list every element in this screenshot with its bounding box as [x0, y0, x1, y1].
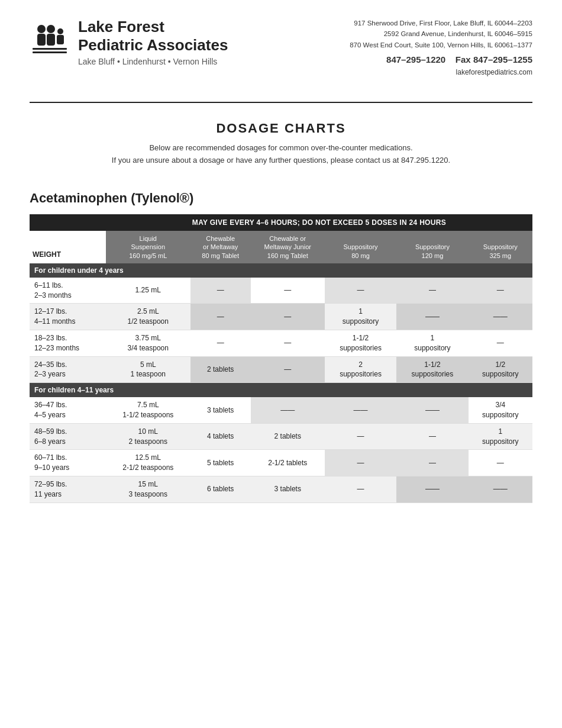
- section-under4-label: For children under 4 years: [30, 263, 532, 278]
- acetaminophen-table: MAY GIVE EVERY 4–6 HOURS; DO NOT EXCEED …: [30, 214, 532, 503]
- table-row: 72–95 lbs.11 years 15 mL3 teaspoons 6 ta…: [30, 476, 532, 503]
- website: lakeforestpediatrics.com: [350, 67, 532, 78]
- chewable-cell: 3 tablets: [190, 397, 251, 423]
- chewable-cell: —: [190, 278, 251, 304]
- chewable-cell: 5 tablets: [190, 450, 251, 476]
- address-line2: 2592 Grand Avenue, Lindenhurst, IL 60046…: [350, 28, 532, 39]
- table-row: 18–23 lbs.12–23 months 3.75 mL3/4 teaspo…: [30, 330, 532, 357]
- svg-rect-2: [37, 34, 46, 46]
- col5-header: Suppository 120 mg: [396, 231, 468, 263]
- svg-rect-7: [33, 51, 67, 53]
- table-header-row: MAY GIVE EVERY 4–6 HOURS; DO NOT EXCEED …: [30, 214, 532, 231]
- chewable-cell: 4 tablets: [190, 423, 251, 450]
- svg-rect-3: [47, 34, 55, 46]
- liquid-cell: 10 mL2 teaspoons: [106, 423, 190, 450]
- supp325-cell: 1suppository: [469, 423, 532, 450]
- col2-header: Chewable or Meltaway 80 mg Tablet: [190, 231, 251, 263]
- supp325-cell: —: [469, 330, 532, 357]
- supp80-cell: 1suppository: [325, 304, 396, 330]
- liquid-cell: 3.75 mL3/4 teaspoon: [106, 330, 190, 357]
- org-name-line1: Lake Forest: [78, 18, 164, 36]
- phone-number: 847–295–1220: [386, 54, 445, 65]
- svg-point-0: [37, 25, 46, 33]
- col1-header: Liquid Suspension 160 mg/5 mL: [106, 231, 190, 263]
- weight-cell: 12–17 lbs.4–11 months: [30, 304, 106, 330]
- liquid-cell: 15 mL3 teaspoons: [106, 476, 190, 503]
- weight-cell: 72–95 lbs.11 years: [30, 476, 106, 503]
- weight-cell: 60–71 lbs.9–10 years: [30, 450, 106, 476]
- chewable-cell: 2 tablets: [190, 356, 251, 383]
- address-line1: 917 Sherwood Drive, First Floor, Lake Bl…: [350, 18, 532, 28]
- chewable-cell: 6 tablets: [190, 476, 251, 503]
- svg-rect-6: [33, 48, 67, 50]
- page-title-section: DOSAGE CHARTS Below are recommended dosa…: [30, 121, 532, 167]
- liquid-cell: 7.5 mL1-1/2 teaspoons: [106, 397, 190, 423]
- chewable-jr-cell: —: [251, 304, 325, 330]
- svg-point-1: [47, 25, 55, 33]
- logo-area: Lake ForestPediatric Associates Lake Blu…: [30, 18, 228, 66]
- page-header: Lake ForestPediatric Associates Lake Blu…: [30, 18, 532, 78]
- liquid-cell: 12.5 mL2-1/2 teaspoons: [106, 450, 190, 476]
- section-4to11-label: For children 4–11 years: [30, 383, 532, 398]
- page-title: DOSAGE CHARTS: [30, 121, 532, 136]
- supp80-cell: —: [325, 278, 396, 304]
- contact-area: 917 Sherwood Drive, First Floor, Lake Bl…: [350, 18, 532, 78]
- supp325-cell: 1/2suppository: [469, 356, 532, 383]
- col-weight: WEIGHT: [30, 231, 106, 263]
- liquid-cell: 1.25 mL: [106, 278, 190, 304]
- liquid-cell: 2.5 mL1/2 teaspoon: [106, 304, 190, 330]
- fax-label: Fax: [456, 54, 471, 65]
- logo-icon: [30, 22, 70, 62]
- weight-cell: 36–47 lbs.4–5 years: [30, 397, 106, 423]
- supp120-cell: —: [396, 423, 468, 450]
- table-row: 12–17 lbs.4–11 months 2.5 mL1/2 teaspoon…: [30, 304, 532, 330]
- supp120-cell: 1suppository: [396, 330, 468, 357]
- supp120-cell: ——: [396, 397, 468, 423]
- page-subtitle2: If you are unsure about a dosage or have…: [30, 154, 532, 167]
- col6-header: Suppository 325 mg: [469, 231, 532, 263]
- supp325-cell: —: [469, 278, 532, 304]
- table-row: 6–11 lbs.2–3 months 1.25 mL — — — — —: [30, 278, 532, 304]
- supp325-cell: ——: [469, 476, 532, 503]
- chewable-jr-cell: —: [251, 330, 325, 357]
- supp325-cell: 3/4suppository: [469, 397, 532, 423]
- supp120-cell: —: [396, 278, 468, 304]
- page-subtitle1: Below are recommended dosages for common…: [30, 142, 532, 154]
- table-row: 36–47 lbs.4–5 years 7.5 mL1-1/2 teaspoon…: [30, 397, 532, 423]
- svg-point-4: [57, 28, 63, 34]
- col-header-row: WEIGHT Liquid Suspension 160 mg/5 mL Che…: [30, 231, 532, 263]
- weight-cell: 6–11 lbs.2–3 months: [30, 278, 106, 304]
- supp120-cell: 1-1/2suppositories: [396, 356, 468, 383]
- liquid-cell: 5 mL1 teaspoon: [106, 356, 190, 383]
- chewable-jr-cell: 2 tablets: [251, 423, 325, 450]
- chewable-jr-cell: —: [251, 278, 325, 304]
- supp80-cell: 2suppositories: [325, 356, 396, 383]
- chewable-jr-cell: 2-1/2 tablets: [251, 450, 325, 476]
- header-divider: [30, 102, 532, 103]
- section-4to11-row: For children 4–11 years: [30, 383, 532, 398]
- supp80-cell: —: [325, 476, 396, 503]
- supp120-cell: —: [396, 450, 468, 476]
- address-line3: 870 West End Court, Suite 100, Vernon Hi…: [350, 40, 532, 50]
- table-main-header: MAY GIVE EVERY 4–6 HOURS; DO NOT EXCEED …: [106, 214, 532, 231]
- phone-fax: 847–295–1220 Fax 847–295–1255: [350, 53, 532, 67]
- table-row: 24–35 lbs.2–3 years 5 mL1 teaspoon 2 tab…: [30, 356, 532, 383]
- org-subtitle: Lake Bluff • Lindenhurst • Vernon Hills: [78, 57, 228, 66]
- supp80-cell: ——: [325, 397, 396, 423]
- org-name-line2: Pediatric Associates: [78, 36, 228, 54]
- chewable-jr-cell: 3 tablets: [251, 476, 325, 503]
- supp80-cell: —: [325, 450, 396, 476]
- chewable-cell: —: [190, 330, 251, 357]
- supp120-cell: ——: [396, 476, 468, 503]
- svg-rect-5: [57, 35, 64, 44]
- weight-cell: 18–23 lbs.12–23 months: [30, 330, 106, 357]
- table-row: 48–59 lbs.6–8 years 10 mL2 teaspoons 4 t…: [30, 423, 532, 450]
- weight-cell: 48–59 lbs.6–8 years: [30, 423, 106, 450]
- chewable-cell: —: [190, 304, 251, 330]
- section1-title: Acetaminophen (Tylenol®): [30, 191, 532, 206]
- fax-number: 847–295–1255: [473, 54, 532, 65]
- chewable-jr-cell: ——: [251, 397, 325, 423]
- supp325-cell: ——: [469, 304, 532, 330]
- weight-cell: 24–35 lbs.2–3 years: [30, 356, 106, 383]
- supp120-cell: ——: [396, 304, 468, 330]
